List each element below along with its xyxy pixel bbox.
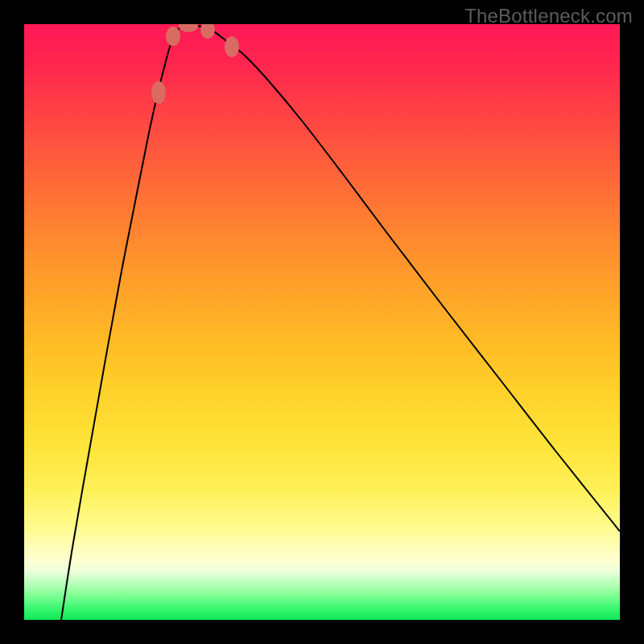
marker-right-lower (200, 24, 215, 39)
marker-left-lower (166, 27, 180, 46)
plot-area (24, 24, 620, 620)
marker-left-upper (151, 81, 166, 104)
marker-bottom (179, 24, 198, 32)
bottleneck-curve (61, 25, 620, 620)
chart-frame: TheBottleneck.com (0, 0, 644, 644)
curve-svg (24, 24, 620, 620)
watermark-text: TheBottleneck.com (464, 5, 633, 27)
marker-right-upper (225, 36, 239, 57)
